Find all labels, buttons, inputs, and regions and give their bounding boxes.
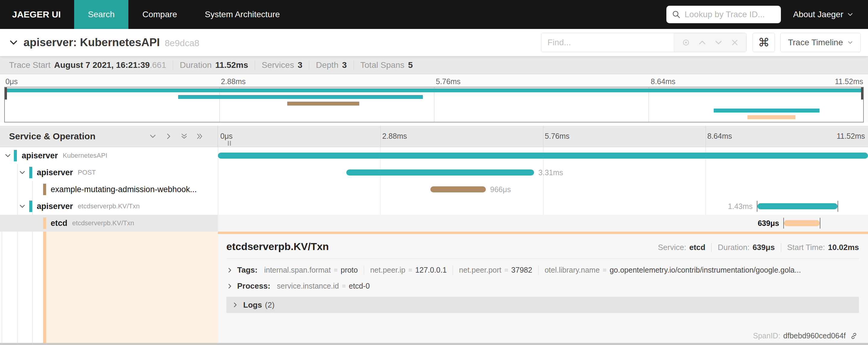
- span-edge-tick: [820, 218, 820, 229]
- trace-start-fraction: .661: [150, 60, 166, 70]
- gridline: [380, 126, 381, 147]
- logs-accordion[interactable]: Logs (2): [226, 297, 859, 313]
- about-jaeger-menu[interactable]: About Jaeger: [781, 0, 868, 29]
- duration-value: 639μs: [752, 243, 775, 252]
- timeline-tick: 11.52ms: [837, 132, 865, 141]
- view-selector-button[interactable]: Trace Timeline: [780, 33, 861, 52]
- selected-span-highlight: [46, 232, 218, 344]
- minimap-tick: 5.76ms: [436, 77, 461, 86]
- duration-label: Duration: [180, 60, 212, 70]
- process-title: Process:: [237, 281, 270, 291]
- collapse-trace-chevron-icon[interactable]: [8, 37, 19, 48]
- minimap-canvas[interactable]: [4, 87, 864, 122]
- span-row-webhook[interactable]: example-mutating-admission-webhook... 96…: [0, 181, 868, 198]
- span-row-apiserver-kubernetesapi[interactable]: apiserverKubernetesAPI: [0, 147, 868, 164]
- trace-id: 8e9dca8: [164, 38, 199, 48]
- minimap-gridline: [219, 87, 220, 122]
- link-icon[interactable]: [850, 332, 858, 340]
- minimap-span-bar: [714, 109, 819, 113]
- span-name-cell[interactable]: example-mutating-admission-webhook...: [0, 181, 218, 198]
- chevron-right-icon: [226, 283, 233, 289]
- span-operation: etcdserverpb.KV/Txn: [72, 219, 134, 227]
- expand-one-icon[interactable]: [164, 133, 173, 140]
- minimap-ticks: 0μs 2.88ms 5.76ms 8.64ms 11.52ms: [4, 77, 864, 87]
- find-group: [541, 33, 747, 52]
- tags-accordion[interactable]: Tags: internal.span.format=proto net.pee…: [226, 265, 859, 275]
- app-brand[interactable]: JAEGER UI: [0, 0, 74, 29]
- find-prev-icon[interactable]: [698, 38, 707, 47]
- span-duration-bar[interactable]: 3.31ms: [346, 170, 534, 175]
- horizontal-scrollbar[interactable]: [0, 343, 868, 345]
- span-duration-bar[interactable]: 639μs: [784, 220, 820, 226]
- span-track[interactable]: 1.43ms: [218, 198, 868, 215]
- span-service: example-mutating-admission-webhook...: [51, 185, 197, 194]
- service-operation-title: Service & Operation: [9, 131, 96, 141]
- tag-item: internal.span.format=proto: [264, 266, 358, 275]
- collapse-one-icon[interactable]: [149, 133, 157, 140]
- collapse-all-icon[interactable]: [180, 133, 188, 140]
- divider: [453, 266, 453, 275]
- find-input[interactable]: [541, 33, 674, 52]
- timeline-header: Service & Operation 0μs 2.88ms 5.76ms 8.…: [0, 126, 868, 147]
- process-item: service.instance.id=etcd-0: [277, 282, 370, 290]
- duration-label: Duration:: [718, 243, 749, 252]
- chevron-right-icon: [232, 301, 239, 308]
- tags-title: Tags:: [237, 265, 257, 275]
- nav-item-system-architecture[interactable]: System Architecture: [191, 0, 294, 29]
- span-service: etcd: [51, 219, 67, 228]
- trace-lookup-input[interactable]: [684, 10, 775, 19]
- span-track[interactable]: 639μs: [218, 215, 868, 232]
- span-operation: POST: [78, 169, 96, 176]
- detail-span-title: etcdserverpb.KV/Txn: [226, 241, 329, 252]
- span-track[interactable]: 966μs: [218, 181, 868, 198]
- span-name-cell[interactable]: etcdetcdserverpb.KV/Txn: [0, 215, 218, 232]
- span-rows: apiserverKubernetesAPI apiserverPOST 3.3…: [0, 147, 868, 232]
- focus-target-icon[interactable]: [681, 38, 690, 47]
- collapse-children-icon[interactable]: [4, 152, 11, 159]
- span-row-etcd-txn-selected[interactable]: etcdetcdserverpb.KV/Txn 639μs: [0, 215, 868, 232]
- trace-lookup-box: [666, 6, 781, 23]
- expand-all-icon[interactable]: [196, 133, 204, 140]
- span-track[interactable]: [218, 147, 868, 164]
- services-value: 3: [298, 60, 303, 70]
- gridline: [543, 126, 544, 147]
- span-duration-label: 639μs: [758, 219, 779, 228]
- span-id-value: dfbebd960ced064f: [783, 332, 846, 340]
- span-row-apiserver-etcd-txn[interactable]: apiserveretcdserverpb.KV/Txn 1.43ms: [0, 198, 868, 215]
- span-duration-bar[interactable]: [218, 152, 868, 159]
- collapse-controls: [149, 133, 204, 140]
- minimap-span-bar: [5, 88, 863, 92]
- span-duration-bar[interactable]: 966μs: [430, 186, 486, 193]
- span-name-cell[interactable]: apiserveretcdserverpb.KV/Txn: [0, 198, 218, 215]
- tree-guide-line: [32, 232, 33, 344]
- column-resizer-grip[interactable]: [228, 141, 231, 146]
- chevron-right-icon: [226, 267, 233, 274]
- trace-header: apiserver: KubernetesAPI8e9dca8 ⌘ Trace …: [0, 29, 868, 56]
- span-name-cell[interactable]: apiserverPOST: [0, 164, 218, 181]
- span-duration-label: 3.31ms: [538, 168, 563, 177]
- collapse-children-icon[interactable]: [19, 203, 26, 210]
- nav-item-search[interactable]: Search: [74, 0, 129, 29]
- minimap-span-bar: [178, 95, 423, 99]
- span-track[interactable]: 3.31ms: [218, 164, 868, 181]
- minimap-span-bar: [747, 115, 795, 119]
- trace-title[interactable]: apiserver: KubernetesAPI8e9dca8: [24, 36, 199, 49]
- divider: [711, 243, 712, 252]
- span-edge-tick: [783, 218, 784, 229]
- span-detail-section: etcdserverpb.KV/Txn Service: etcd Durati…: [0, 232, 868, 344]
- clear-find-icon[interactable]: [730, 38, 739, 47]
- span-duration-bar[interactable]: 1.43ms: [757, 203, 838, 209]
- minimap-drag-handle-left[interactable]: [5, 87, 7, 99]
- nav-item-compare[interactable]: Compare: [128, 0, 191, 29]
- keyboard-shortcuts-button[interactable]: ⌘: [752, 33, 775, 52]
- gridline: [706, 126, 706, 147]
- find-next-icon[interactable]: [714, 38, 723, 47]
- span-name-cell[interactable]: apiserverKubernetesAPI: [0, 147, 218, 164]
- span-edge-tick: [838, 201, 838, 212]
- minimap-drag-handle-right[interactable]: [861, 87, 863, 99]
- collapse-children-icon[interactable]: [19, 169, 26, 176]
- process-accordion[interactable]: Process: service.instance.id=etcd-0: [226, 281, 859, 291]
- divider: [226, 258, 859, 259]
- span-row-apiserver-post[interactable]: apiserverPOST 3.31ms: [0, 164, 868, 181]
- span-duration-label: 1.43ms: [728, 202, 752, 211]
